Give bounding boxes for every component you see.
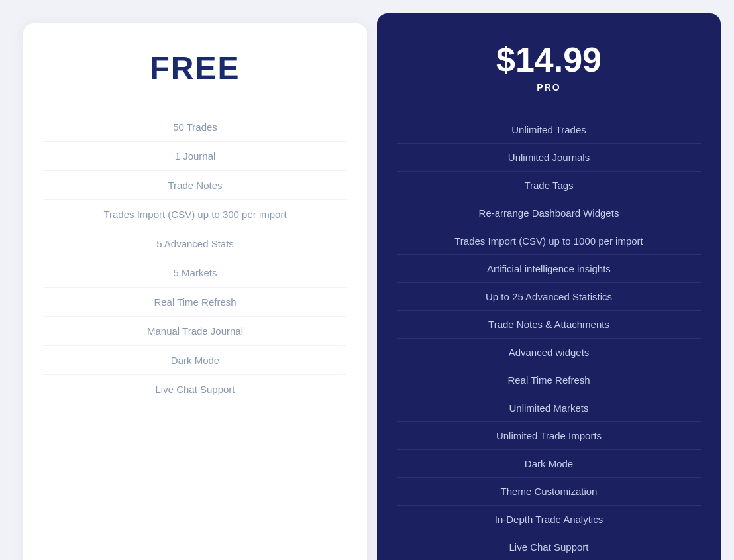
list-item: Real Time Refresh <box>43 288 347 317</box>
list-item: Up to 25 Advanced Statistics <box>397 283 701 311</box>
list-item: Unlimited Journals <box>397 144 701 172</box>
list-item: In-Depth Trade Analytics <box>397 506 701 533</box>
list-item: Real Time Refresh <box>397 366 701 394</box>
free-features-list: 50 Trades1 JournalTrade NotesTrades Impo… <box>43 113 347 560</box>
list-item: Dark Mode <box>43 346 347 375</box>
list-item: Trade Notes <box>43 171 347 200</box>
list-item: 1 Journal <box>43 142 347 171</box>
list-item: Unlimited Trades <box>397 116 701 144</box>
pro-price: $14.99 <box>496 40 602 80</box>
list-item: Trade Notes & Attachments <box>397 311 701 339</box>
list-item: Artificial intelligence insights <box>397 255 701 283</box>
list-item: Unlimited Markets <box>397 394 701 422</box>
list-item: Trade Tags <box>397 172 701 199</box>
list-item: Unlimited Trade Imports <box>397 422 701 450</box>
free-card: FREE 50 Trades1 JournalTrade NotesTrades… <box>23 23 367 560</box>
pricing-container: FREE 50 Trades1 JournalTrade NotesTrades… <box>13 13 721 560</box>
list-item: Re-arrange Dashboard Widgets <box>397 199 701 227</box>
list-item: 5 Markets <box>43 258 347 288</box>
pro-features-list: Unlimited TradesUnlimited JournalsTrade … <box>397 116 701 560</box>
list-item: Trades Import (CSV) up to 1000 per impor… <box>397 227 701 255</box>
list-item: Dark Mode <box>397 450 701 478</box>
list-item: Theme Customization <box>397 478 701 506</box>
list-item: Live Chat Support <box>397 533 701 560</box>
list-item: 50 Trades <box>43 113 347 142</box>
pro-label: PRO <box>537 82 560 93</box>
list-item: Live Chat Support <box>43 375 347 404</box>
free-title: FREE <box>150 50 240 86</box>
list-item: Advanced widgets <box>397 339 701 366</box>
list-item: Manual Trade Journal <box>43 317 347 346</box>
list-item: 5 Advanced Stats <box>43 229 347 258</box>
list-item: Trades Import (CSV) up to 300 per import <box>43 200 347 229</box>
pro-card: $14.99 PRO Unlimited TradesUnlimited Jou… <box>377 13 721 560</box>
